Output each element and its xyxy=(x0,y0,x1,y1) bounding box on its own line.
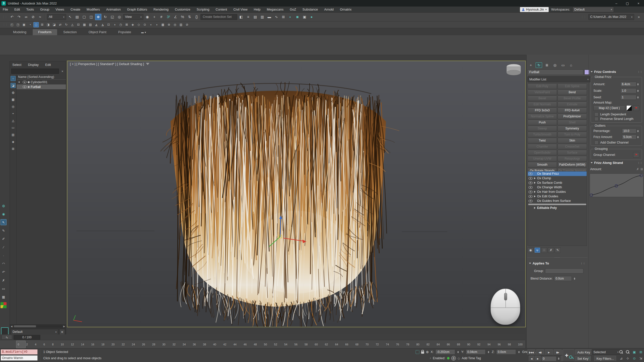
timeline-tick[interactable]: 40 xyxy=(213,343,216,346)
secondary-tool-icon[interactable]: ◨ xyxy=(46,22,51,27)
timeline-tick[interactable]: 8 xyxy=(52,343,54,346)
timeline-tick[interactable]: 10 xyxy=(61,343,64,346)
timeline-tick[interactable]: 18 xyxy=(101,343,104,346)
modifier-button[interactable]: Edit Spline xyxy=(557,83,587,89)
spinner-control[interactable] xyxy=(636,128,639,133)
secondary-tool-icon[interactable]: ◇ xyxy=(136,22,141,27)
toolbar-grip[interactable]: ⋮⋮ xyxy=(581,15,586,19)
timeline-tick[interactable]: 68 xyxy=(355,343,358,346)
modify-tab-icon[interactable]: ↻ xyxy=(536,62,542,68)
timeline-tick[interactable]: 16 xyxy=(91,343,94,346)
display-tab-icon[interactable]: ▭ xyxy=(560,62,566,68)
auto-key-button[interactable]: Auto Key xyxy=(575,349,592,355)
menu-item[interactable]: Rendering xyxy=(151,7,171,13)
brush-icon[interactable]: ✎ xyxy=(1,228,7,234)
timeline-tick[interactable]: 38 xyxy=(203,343,206,346)
show-guides-icon[interactable]: ◉ xyxy=(1,211,7,217)
frizz-curve-graph[interactable] xyxy=(590,173,643,197)
select-strands-icon[interactable]: ↖ xyxy=(1,219,7,225)
secondary-tool-icon[interactable]: ▦ xyxy=(82,22,87,27)
timeline-tick[interactable]: 48 xyxy=(254,343,257,346)
timeline-tick[interactable]: 92 xyxy=(477,343,480,346)
applies-to-rollout[interactable]: Applies To ⋮⋮ xyxy=(529,261,585,265)
explorer-menu-button[interactable]: ≡ xyxy=(59,329,65,335)
orbit-icon[interactable]: ⊙ xyxy=(631,356,637,361)
modifier-stack-item[interactable]: Editable Poly xyxy=(528,206,587,210)
modifier-button[interactable]: CreaseSet xyxy=(557,144,587,149)
display-filter-icon[interactable]: ◍ xyxy=(11,90,16,95)
modifier-button[interactable]: Surface xyxy=(557,150,587,155)
make-unique-icon[interactable]: ⊞ xyxy=(541,247,547,253)
timeline-tick[interactable]: 96 xyxy=(498,343,501,346)
modifier-stack-item[interactable]: Ox Hair from Guides xyxy=(528,190,587,194)
spinner-control[interactable] xyxy=(518,349,520,354)
ribbon-tab[interactable]: Selection xyxy=(58,29,82,35)
secondary-tool-icon[interactable]: ⊟ xyxy=(76,22,81,27)
named-selection-sets-icon[interactable]: {} xyxy=(193,14,200,20)
visibility-eye-icon[interactable] xyxy=(23,81,27,83)
set-keys-button[interactable]: + xyxy=(563,349,574,361)
menu-item[interactable]: Create xyxy=(68,7,83,13)
scroll-left-icon[interactable]: ◀ xyxy=(10,325,13,328)
secondary-tool-icon[interactable]: ⊛ xyxy=(166,22,172,27)
search-input[interactable] xyxy=(11,69,59,74)
rollout-grip-icon[interactable]: ⋮⋮ xyxy=(580,262,585,265)
history-icon[interactable]: ◔ xyxy=(429,356,431,360)
display-filter-icon[interactable]: ◎ xyxy=(11,104,16,109)
secondary-tool-icon[interactable]: ◷ xyxy=(118,22,123,27)
display-filter-icon[interactable]: ○ xyxy=(11,76,16,81)
unlink-selection-icon[interactable]: ⊘ xyxy=(30,14,36,20)
timeline-tick[interactable]: 26 xyxy=(142,343,145,346)
undo-icon[interactable]: ↶ xyxy=(9,14,15,20)
expand-arrow-icon[interactable] xyxy=(534,182,536,184)
toolbar-grip[interactable]: ⋮⋮ xyxy=(3,23,8,26)
outlier-percentage-field[interactable]: 10.0 xyxy=(622,128,636,133)
clear-curve-icon[interactable]: ✗ xyxy=(636,167,639,171)
timeline-tick[interactable]: 52 xyxy=(274,343,277,346)
expand-arrow-icon[interactable] xyxy=(534,200,536,202)
explorer-menu-item[interactable]: Select xyxy=(12,63,21,67)
zoom-icon[interactable] xyxy=(618,349,624,355)
keyboard-override-icon[interactable]: # xyxy=(158,14,165,20)
menu-item[interactable]: Ornatrix xyxy=(337,7,354,13)
comb-icon[interactable]: ✐ xyxy=(1,236,7,242)
expand-caret-icon[interactable]: ▼ xyxy=(18,81,21,83)
mirror-icon[interactable]: ◧ xyxy=(238,14,244,20)
timeline-tick[interactable]: 88 xyxy=(457,343,460,346)
rectangular-selection-icon[interactable]: ▢ xyxy=(81,14,87,20)
select-by-name-icon[interactable]: ▤ xyxy=(74,14,80,20)
menu-item[interactable]: Graph Editors xyxy=(124,7,150,13)
key-steps-icon[interactable]: ∷ xyxy=(586,356,592,361)
restore-button[interactable]: ▢ xyxy=(622,0,633,7)
z-coordinate-field[interactable]: 0.0cm xyxy=(496,349,516,354)
grid-icon[interactable]: ▦ xyxy=(1,294,7,300)
zoom-extents-all-icon[interactable]: ⊞ xyxy=(638,349,644,355)
fov-icon[interactable]: ⊿ xyxy=(618,356,624,361)
secondary-tool-icon[interactable]: ◖ xyxy=(148,22,153,27)
outlier-frizz-amount-field[interactable]: 5.0cm xyxy=(622,134,636,140)
secondary-tool-icon[interactable]: ◗ xyxy=(154,22,159,27)
pan-icon[interactable]: ⊹ xyxy=(625,356,631,361)
open-curve-window-icon[interactable]: ⊞ xyxy=(640,167,643,171)
clear-search-icon[interactable]: × xyxy=(60,69,64,73)
frizz-seed-field[interactable]: 1 xyxy=(620,95,636,100)
timeline-tick[interactable]: 12 xyxy=(71,343,74,346)
menu-item[interactable]: Modifiers xyxy=(84,7,103,13)
point-icon[interactable]: · xyxy=(1,252,7,258)
expand-arrow-icon[interactable] xyxy=(534,195,536,198)
secondary-tool-icon[interactable]: ⊡ xyxy=(106,22,111,27)
modifier-button[interactable]: Chamfer xyxy=(528,144,557,149)
secondary-tool-icon[interactable]: ◭ xyxy=(94,22,99,27)
timeline-tick[interactable]: 98 xyxy=(508,343,511,346)
close-button[interactable]: × xyxy=(633,0,644,7)
menu-item[interactable]: Scripting xyxy=(194,7,212,13)
maxscript-mini-listener[interactable]: $.modifiers[#O xyxy=(1,349,38,355)
visibility-eye-icon[interactable] xyxy=(529,177,533,180)
menu-item[interactable]: Customize xyxy=(172,7,193,13)
plane-icon[interactable]: ▭ xyxy=(1,286,7,292)
reference-coordinate-dropdown[interactable]: View xyxy=(123,14,143,20)
secondary-tool-icon[interactable]: ▨ xyxy=(178,22,184,27)
timeline-tick[interactable]: 86 xyxy=(447,343,450,346)
timeline-tick[interactable]: 60 xyxy=(315,343,318,346)
length-dependent-checkbox[interactable] xyxy=(594,112,598,116)
